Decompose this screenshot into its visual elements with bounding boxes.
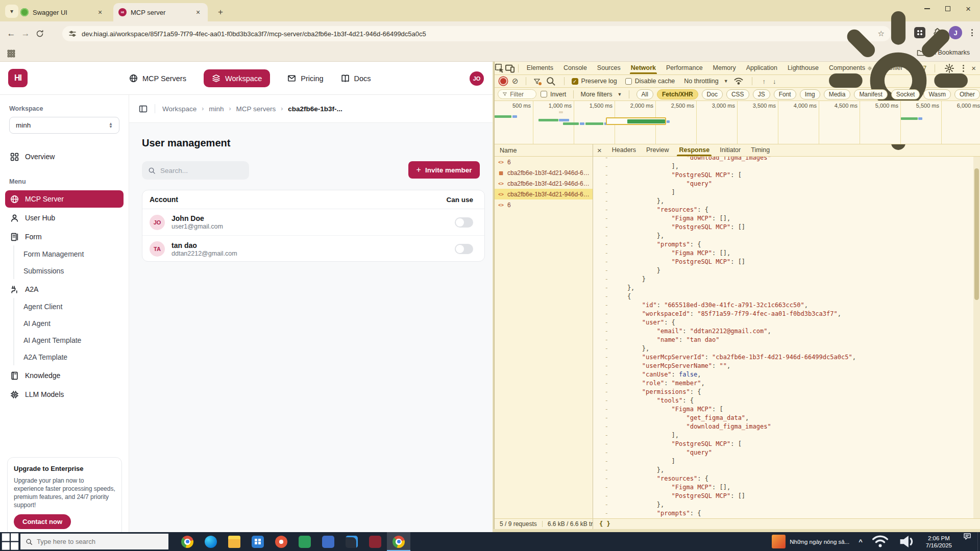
- breadcrumb-segment[interactable]: MCP servers: [236, 105, 276, 113]
- site-settings-icon[interactable]: [68, 30, 77, 38]
- fold-marker-icon[interactable]: -: [593, 266, 612, 275]
- sidebar-item-user-hub[interactable]: User Hub: [5, 209, 124, 227]
- invert-checkbox[interactable]: Invert: [541, 91, 566, 98]
- taskbar-icon-chrome[interactable]: [176, 532, 199, 551]
- fold-marker-icon[interactable]: -: [593, 492, 612, 500]
- waterfall-bar-blue[interactable]: [559, 119, 569, 121]
- request-row[interactable]: <>cba2fb6e-1b3f-4d21-946d-664...: [495, 178, 593, 189]
- waterfall-bar-green[interactable]: [495, 115, 511, 118]
- request-row[interactable]: <>6: [495, 199, 593, 210]
- fold-marker-icon[interactable]: -: [593, 422, 612, 431]
- apps-grid-icon[interactable]: [7, 49, 15, 58]
- fold-marker-icon[interactable]: -: [593, 180, 612, 188]
- tab-close-icon[interactable]: ×: [95, 8, 105, 17]
- network-search-icon[interactable]: [545, 76, 557, 86]
- search-input[interactable]: [160, 167, 243, 174]
- breadcrumb-segment[interactable]: cba2fb6e-1b3f-...: [288, 105, 342, 113]
- fold-marker-icon[interactable]: -: [593, 405, 612, 414]
- filter-chip-manifest[interactable]: Manifest: [854, 89, 887, 99]
- fold-marker-icon[interactable]: -: [593, 318, 612, 327]
- response-tab-response[interactable]: Response: [674, 145, 715, 156]
- waterfall-bar-green[interactable]: [901, 117, 918, 120]
- tray-expand-icon[interactable]: ^: [854, 532, 867, 551]
- fold-marker-icon[interactable]: -: [593, 301, 612, 310]
- requests-count[interactable]: 5 / 9 requests: [500, 520, 537, 528]
- more-filters-dropdown[interactable]: More filters ▼: [581, 91, 622, 98]
- taskbar-icon-app-orange[interactable]: [270, 532, 293, 551]
- scrollbar[interactable]: [973, 157, 980, 518]
- fold-marker-icon[interactable]: -: [593, 157, 612, 162]
- fold-marker-icon[interactable]: -: [593, 431, 612, 440]
- taskbar-icon-file-explorer[interactable]: [223, 532, 246, 551]
- fold-marker-icon[interactable]: -: [593, 188, 612, 197]
- taskbar-search-input[interactable]: [37, 538, 163, 545]
- fold-marker-icon[interactable]: -: [593, 483, 612, 492]
- filter-chip-css[interactable]: CSS: [726, 89, 749, 99]
- nav-item-mcp-servers[interactable]: MCP Servers: [129, 74, 186, 83]
- filter-chip-socket[interactable]: Socket: [891, 89, 920, 99]
- clear-network-icon[interactable]: ⊘: [512, 77, 519, 86]
- fold-marker-icon[interactable]: -: [593, 457, 612, 466]
- close-detail-icon[interactable]: ×: [597, 146, 602, 155]
- filter-chip-img[interactable]: Img: [800, 89, 820, 99]
- fold-marker-icon[interactable]: -: [593, 440, 612, 448]
- filter-chip-js[interactable]: JS: [753, 89, 770, 99]
- action-center-icon[interactable]: [957, 532, 977, 551]
- user-avatar[interactable]: JO: [470, 71, 484, 86]
- request-row[interactable]: <>6: [495, 157, 593, 167]
- fold-marker-icon[interactable]: -: [593, 362, 612, 370]
- taskbar-icon-app-blue[interactable]: [316, 532, 340, 551]
- waterfall-bar-green[interactable]: [585, 122, 603, 125]
- devtools-tab-sources[interactable]: Sources: [592, 62, 626, 74]
- waterfall-bar-beige[interactable]: [559, 111, 563, 113]
- fold-marker-icon[interactable]: -: [593, 379, 612, 388]
- fold-marker-icon[interactable]: -: [593, 509, 612, 518]
- response-tab-timing[interactable]: Timing: [746, 145, 775, 156]
- sidebar-item-submissions[interactable]: Submissions: [13, 262, 124, 279]
- taskbar-search[interactable]: [20, 534, 168, 549]
- sidebar-item-mcp-server[interactable]: MCP Server: [5, 190, 124, 208]
- network-tray-icon[interactable]: [867, 532, 894, 551]
- taskbar-icon-app-green[interactable]: [293, 532, 316, 551]
- fold-marker-icon[interactable]: -: [593, 292, 612, 301]
- devtools-tab-performance[interactable]: Performance: [661, 62, 708, 74]
- devtools-tab-lighthouse[interactable]: Lighthouse: [782, 62, 824, 74]
- import-har-icon[interactable]: ↑: [763, 78, 766, 85]
- filter-chip-other[interactable]: Other: [954, 89, 980, 99]
- sidebar-item-ai-agent[interactable]: AI Agent: [13, 315, 124, 332]
- can-use-toggle[interactable]: [455, 244, 473, 254]
- waterfall-bar-blue[interactable]: [667, 120, 670, 123]
- devtools-tab-network[interactable]: Network: [626, 62, 661, 74]
- tab-close-icon[interactable]: ×: [193, 8, 203, 17]
- sidebar-item-overview[interactable]: Overview: [5, 147, 124, 166]
- taskbar-icon-store[interactable]: [246, 532, 270, 551]
- contact-now-button[interactable]: Contact now: [14, 514, 71, 529]
- response-body[interactable]: - "download_figma_images"- ],- "PostgreS…: [593, 157, 980, 518]
- response-tab-initiator[interactable]: Initiator: [715, 145, 746, 156]
- sidebar-item-agent-client[interactable]: Agent Client: [13, 298, 124, 315]
- news-widget[interactable]: Những ngày nóng sả...: [767, 532, 854, 551]
- waterfall-bar-blue[interactable]: [512, 115, 517, 118]
- waterfall-bar-blue[interactable]: [580, 122, 584, 125]
- fold-marker-icon[interactable]: -: [593, 214, 612, 223]
- fold-marker-icon[interactable]: -: [593, 249, 612, 258]
- format-json-button[interactable]: { }: [599, 520, 610, 528]
- waterfall-bar-greendark[interactable]: [627, 119, 665, 123]
- fold-marker-icon[interactable]: -: [593, 197, 612, 206]
- fold-marker-icon[interactable]: -: [593, 336, 612, 344]
- sidebar-item-form[interactable]: Form: [5, 228, 124, 245]
- browser-tab-swagger[interactable]: Swagger UI ×: [15, 3, 110, 21]
- devtools-tab-application[interactable]: Application: [741, 62, 782, 74]
- fold-marker-icon[interactable]: -: [593, 388, 612, 396]
- fold-marker-icon[interactable]: -: [593, 310, 612, 318]
- taskbar-icon-app-code[interactable]: [340, 532, 363, 551]
- request-row[interactable]: ▤cba2fb6e-1b3f-4d21-946d-664...: [495, 167, 593, 178]
- sidebar-item-a2a[interactable]: A2A: [5, 281, 124, 298]
- filter-funnel-icon[interactable]: [533, 78, 541, 85]
- requests-table-header[interactable]: Name: [495, 144, 593, 157]
- breadcrumb-segment[interactable]: minh: [209, 105, 224, 113]
- fold-marker-icon[interactable]: -: [593, 240, 612, 249]
- fold-marker-icon[interactable]: -: [593, 466, 612, 474]
- app-logo[interactable]: HI: [8, 69, 28, 87]
- throttling-select[interactable]: No throttling ▼: [684, 78, 728, 85]
